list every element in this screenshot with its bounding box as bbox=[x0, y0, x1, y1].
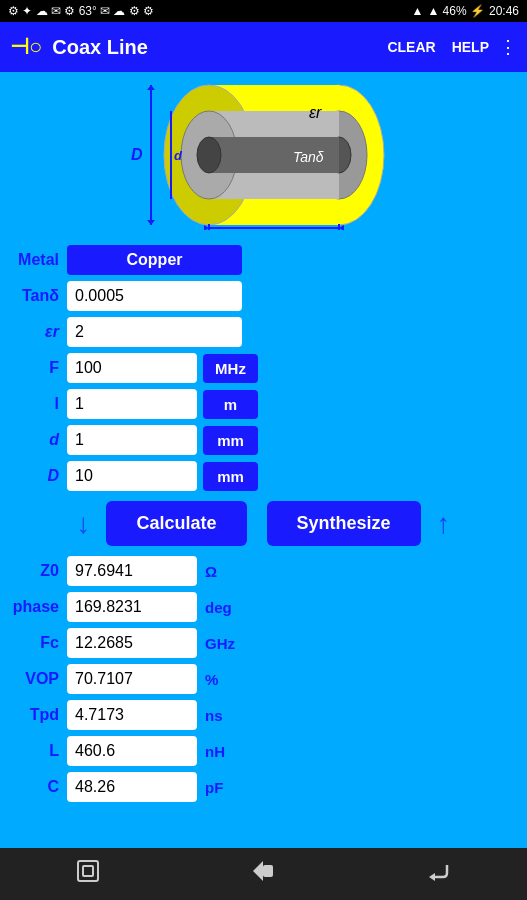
z0-value bbox=[67, 556, 197, 586]
fc-value bbox=[67, 628, 197, 658]
app-icon: ⊣○ bbox=[10, 34, 42, 60]
svg-text:D: D bbox=[131, 146, 143, 163]
app-title: Coax Line bbox=[52, 36, 371, 59]
inner-diam-unit: mm bbox=[203, 426, 258, 455]
status-right: ▲ ▲ 46% ⚡ 20:46 bbox=[412, 4, 519, 18]
l-result-value bbox=[67, 736, 197, 766]
frequency-input[interactable] bbox=[67, 353, 197, 383]
svg-rect-23 bbox=[83, 866, 93, 876]
main-content: εr Tanδ D d Metal Copper bbox=[0, 72, 527, 848]
svg-marker-24 bbox=[253, 861, 263, 881]
coax-diagram: εr Tanδ D d bbox=[12, 80, 515, 235]
svg-marker-18 bbox=[147, 85, 155, 90]
l-result-unit: nH bbox=[205, 743, 245, 760]
svg-text:d: d bbox=[174, 148, 183, 163]
phase-row: phase deg bbox=[12, 592, 515, 622]
vop-row: VOP % bbox=[12, 664, 515, 694]
arrow-up-button[interactable]: ↑ bbox=[431, 508, 457, 540]
phase-value bbox=[67, 592, 197, 622]
epsilon-row: εr bbox=[12, 317, 515, 347]
c-result-unit: pF bbox=[205, 779, 245, 796]
frequency-label: F bbox=[12, 359, 67, 377]
c-result-label: C bbox=[12, 778, 67, 796]
z0-unit: Ω bbox=[205, 563, 245, 580]
tpd-label: Tpd bbox=[12, 706, 67, 724]
inner-diam-label: d bbox=[12, 431, 67, 449]
results-section: Z0 Ω phase deg Fc GHz VOP % Tpd ns bbox=[12, 556, 515, 802]
wifi-icon: ▲ bbox=[412, 4, 424, 18]
outer-diam-label: D bbox=[12, 467, 67, 485]
tpd-unit: ns bbox=[205, 707, 245, 724]
epsilon-input[interactable] bbox=[67, 317, 242, 347]
outer-diam-input[interactable] bbox=[67, 461, 197, 491]
length-row: l m bbox=[12, 389, 515, 419]
action-buttons-row: ↓ Calculate Synthesize ↑ bbox=[12, 501, 515, 546]
tpd-value bbox=[67, 700, 197, 730]
phase-unit: deg bbox=[205, 599, 245, 616]
arrow-down-button[interactable]: ↓ bbox=[70, 508, 96, 540]
metal-label: Metal bbox=[12, 251, 67, 269]
home-nav-button[interactable] bbox=[74, 857, 102, 891]
tandelta-label: Tanδ bbox=[12, 287, 67, 305]
c-result-value bbox=[67, 772, 197, 802]
help-button[interactable]: HELP bbox=[452, 39, 489, 55]
status-bar: ⚙ ✦ ☁ ✉ ⚙ 63° ✉ ☁ ⚙ ⚙ ▲ ▲ 46% ⚡ 20:46 bbox=[0, 0, 527, 22]
form-section: Metal Copper Tanδ εr F MHz l m d bbox=[12, 245, 515, 491]
back-icon bbox=[249, 857, 277, 885]
epsilon-label: εr bbox=[12, 323, 67, 341]
outer-diam-unit: mm bbox=[203, 462, 258, 491]
svg-rect-25 bbox=[263, 865, 273, 877]
title-bar: ⊣○ Coax Line CLEAR HELP ⋮ bbox=[0, 22, 527, 72]
tandelta-input[interactable] bbox=[67, 281, 242, 311]
tandelta-row: Tanδ bbox=[12, 281, 515, 311]
menu-button[interactable]: ⋮ bbox=[499, 36, 517, 58]
svg-marker-26 bbox=[429, 873, 435, 881]
phase-label: phase bbox=[12, 598, 67, 616]
outer-diam-row: D mm bbox=[12, 461, 515, 491]
coax-svg: εr Tanδ D d bbox=[109, 80, 419, 230]
tpd-row: Tpd ns bbox=[12, 700, 515, 730]
bottom-nav bbox=[0, 848, 527, 900]
l-result-label: L bbox=[12, 742, 67, 760]
inner-diam-row: d mm bbox=[12, 425, 515, 455]
fc-unit: GHz bbox=[205, 635, 245, 652]
clear-button[interactable]: CLEAR bbox=[387, 39, 435, 55]
frequency-row: F MHz bbox=[12, 353, 515, 383]
inner-diam-input[interactable] bbox=[67, 425, 197, 455]
status-icons: ⚙ ✦ ☁ ✉ ⚙ 63° ✉ ☁ ⚙ ⚙ bbox=[8, 4, 154, 18]
home-icon bbox=[74, 857, 102, 885]
length-label: l bbox=[12, 395, 67, 413]
calculate-button[interactable]: Calculate bbox=[106, 501, 246, 546]
svg-marker-19 bbox=[147, 220, 155, 225]
back-nav-button[interactable] bbox=[249, 857, 277, 891]
synthesize-button[interactable]: Synthesize bbox=[267, 501, 421, 546]
vop-value bbox=[67, 664, 197, 694]
c-result-row: C pF bbox=[12, 772, 515, 802]
status-left-icons: ⚙ ✦ ☁ ✉ ⚙ 63° ✉ ☁ ⚙ ⚙ bbox=[8, 4, 154, 18]
battery-text: ▲ 46% ⚡ bbox=[427, 4, 485, 18]
svg-text:εr: εr bbox=[309, 104, 322, 121]
time-display: 20:46 bbox=[489, 4, 519, 18]
svg-point-8 bbox=[197, 137, 221, 173]
fc-row: Fc GHz bbox=[12, 628, 515, 658]
return-nav-button[interactable] bbox=[425, 857, 453, 891]
metal-value[interactable]: Copper bbox=[67, 245, 242, 275]
length-unit: m bbox=[203, 390, 258, 419]
vop-unit: % bbox=[205, 671, 245, 688]
frequency-unit: MHz bbox=[203, 354, 258, 383]
svg-rect-22 bbox=[78, 861, 98, 881]
svg-text:Tanδ: Tanδ bbox=[293, 149, 324, 165]
metal-row: Metal Copper bbox=[12, 245, 515, 275]
z0-row: Z0 Ω bbox=[12, 556, 515, 586]
length-input[interactable] bbox=[67, 389, 197, 419]
return-icon bbox=[425, 857, 453, 885]
fc-label: Fc bbox=[12, 634, 67, 652]
vop-label: VOP bbox=[12, 670, 67, 688]
z0-label: Z0 bbox=[12, 562, 67, 580]
l-result-row: L nH bbox=[12, 736, 515, 766]
